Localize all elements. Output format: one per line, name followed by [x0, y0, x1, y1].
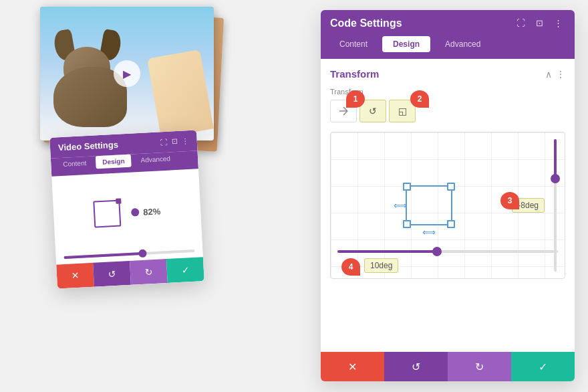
vs-progress-thumb[interactable]: [138, 250, 147, 258]
transform-bottom-arrows-icon: ⟺: [422, 227, 436, 237]
transform-canvas[interactable]: ⟺ ⟺ -8deg 3 10deg 4: [330, 132, 565, 279]
h-slider-thumb[interactable]: [432, 247, 442, 256]
annotation-3: 3: [500, 192, 519, 209]
vs-box-corner: [116, 198, 121, 203]
annotation-2: 2: [410, 90, 429, 108]
vs-more-icon[interactable]: ⋮: [181, 136, 189, 146]
section-controls: ∧ ⋮: [545, 69, 565, 80]
cs-tabs: Content Design Advanced: [321, 36, 575, 59]
cs-more-icon[interactable]: ⋮: [551, 17, 565, 29]
cs-header-icons: ⛶ ⊡ ⋮: [514, 17, 565, 29]
vs-percent-value: 82%: [143, 206, 161, 217]
transform-left-arrows-icon: ⟺: [394, 200, 407, 211]
cs-body: Transform ∧ ⋮ Transform ↺ 1 ◱ 2: [321, 59, 575, 352]
vs-save-button[interactable]: ✓: [166, 257, 204, 283]
annotation-1: 1: [346, 90, 365, 108]
deg-right-value: -8deg: [518, 201, 539, 210]
vs-transform-box: [93, 200, 121, 228]
vs-tab-advanced[interactable]: Advanced: [134, 152, 177, 167]
vs-tab-content[interactable]: Content: [56, 157, 94, 171]
transform-handle-bl[interactable]: [403, 220, 411, 228]
transform-handle-tr[interactable]: [447, 183, 455, 191]
cs-tab-design[interactable]: Design: [382, 36, 430, 52]
deg-label-bottom: 10deg: [364, 258, 398, 273]
deg-bottom-value: 10deg: [370, 261, 392, 270]
vs-content: 82%: [51, 169, 202, 256]
dog-scene: ▶: [40, 7, 214, 140]
cs-redo-button[interactable]: ↻: [448, 352, 511, 381]
cs-cancel-button[interactable]: ✕: [321, 352, 384, 381]
cs-footer: ✕ ↺ ↻ ✓: [321, 352, 575, 381]
video-settings-panel: Video Settings ⛶ ⊡ ⋮ Content Design Adva…: [49, 130, 204, 288]
section-options-icon[interactable]: ⋮: [556, 69, 565, 80]
cs-undo-button[interactable]: ↺: [384, 352, 448, 381]
cs-resize-icon[interactable]: ⛶: [514, 17, 528, 29]
h-slider-fill: [337, 250, 437, 253]
cs-tab-content[interactable]: Content: [329, 36, 378, 52]
transform-buttons: ↺ 1 ◱ 2: [330, 100, 565, 122]
play-icon[interactable]: ▶: [114, 60, 140, 87]
left-panel: ▶ Video Settings ⛶ ⊡ ⋮ Content Design Ad…: [13, 7, 267, 355]
vs-header-icons: ⛶ ⊡ ⋮: [160, 136, 189, 146]
code-settings-panel: Code Settings ⛶ ⊡ ⋮ Content Design Advan…: [321, 10, 575, 381]
vs-slider-dot[interactable]: [131, 208, 140, 217]
transform-label: Transform: [330, 88, 565, 96]
vet-hand: [147, 50, 214, 138]
v-slider-thumb[interactable]: [551, 174, 560, 183]
section-header: Transform ∧ ⋮: [330, 68, 565, 80]
cs-grid-icon[interactable]: ⊡: [533, 17, 546, 29]
cs-tab-advanced[interactable]: Advanced: [434, 36, 491, 52]
transform-handle-br[interactable]: [447, 220, 455, 228]
vs-redo-button[interactable]: ↻: [130, 259, 168, 285]
section-title: Transform: [330, 68, 379, 80]
cs-title: Code Settings: [330, 17, 402, 29]
image-front-card: ▶: [40, 7, 214, 140]
transform-element: ⟺ ⟺: [406, 185, 452, 225]
section-collapse-icon[interactable]: ∧: [545, 69, 552, 80]
vs-grid-icon[interactable]: ⊡: [171, 137, 178, 146]
v-slider-fill: [554, 139, 557, 179]
transform-btn-rotate-wrapper: ↺ 1: [359, 100, 386, 122]
vs-tab-design[interactable]: Design: [96, 155, 132, 169]
transform-box[interactable]: ⟺ ⟺: [406, 185, 452, 225]
vs-title: Video Settings: [58, 140, 119, 153]
transform-btn-skew-wrapper: ◱ 2: [389, 100, 416, 122]
vs-undo-button[interactable]: ↺: [93, 261, 131, 287]
annotation-4: 4: [341, 258, 360, 276]
svg-line-1: [343, 111, 347, 115]
cs-header: Code Settings ⛶ ⊡ ⋮: [321, 10, 575, 36]
h-slider-container: [337, 250, 558, 253]
vs-percent-display: 82%: [131, 206, 161, 217]
vs-resize-icon[interactable]: ⛶: [160, 138, 168, 146]
cs-save-button[interactable]: ✓: [511, 352, 575, 381]
transform-handle-tl[interactable]: [403, 183, 411, 191]
h-slider-track[interactable]: [337, 250, 558, 253]
vs-cancel-button[interactable]: ✕: [56, 263, 94, 289]
